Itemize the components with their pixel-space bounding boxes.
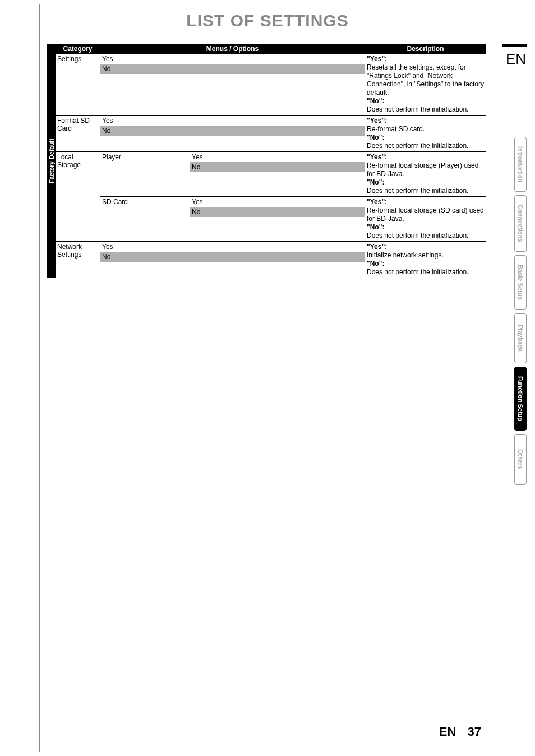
description-cell: "Yes": Resets all the settings, except f… <box>365 54 486 115</box>
desc-no-label: "No": <box>367 223 384 231</box>
description-cell: "Yes": Re-format local storage (SD card)… <box>365 197 486 241</box>
settings-table: Factory Default Category Menus / Options… <box>47 44 486 278</box>
table-row: Network Settings Yes No "Yes": Initializ… <box>56 242 486 278</box>
desc-no-text: Does not perform the initialization. <box>367 105 468 113</box>
desc-yes-label: "Yes": <box>367 153 387 161</box>
desc-yes-text: Initialize network settings. <box>367 251 444 259</box>
tab-others[interactable]: Others <box>514 434 527 485</box>
header-menus: Menus / Options <box>100 44 365 54</box>
desc-no-text: Does not perform the initialization. <box>367 268 468 276</box>
option-no: No <box>100 252 365 262</box>
sub-row: SD Card Yes No "Yes": Re-format local st… <box>100 197 486 241</box>
option-no: No <box>100 64 365 74</box>
menu-cell: Yes No <box>100 242 365 278</box>
desc-yes-label: "Yes": <box>367 198 387 206</box>
content-area: Factory Default Category Menus / Options… <box>47 44 486 278</box>
desc-yes-text: Re-format local storage (SD card) used f… <box>367 206 484 223</box>
desc-yes-text: Resets all the settings, except for "Rat… <box>367 63 484 96</box>
desc-no-label: "No": <box>367 97 384 105</box>
sub-row: Player Yes No "Yes": Re-format local sto… <box>100 152 486 197</box>
page-footer: EN 37 <box>439 725 481 739</box>
footer-lang: EN <box>439 725 456 739</box>
category-cell: Network Settings <box>56 242 100 278</box>
desc-no-label: "No": <box>367 133 384 141</box>
sub-label: SD Card <box>100 197 190 241</box>
menu-cell: Yes No <box>100 54 365 115</box>
table-row: Format SD Card Yes No "Yes": Re-format S… <box>56 116 486 152</box>
tab-connections[interactable]: Connections <box>514 195 527 252</box>
tab-introduction[interactable]: Introduction <box>514 137 527 192</box>
category-cell: Local Storage <box>56 152 100 241</box>
option-yes: Yes <box>100 116 365 126</box>
desc-yes-label: "Yes": <box>367 55 387 63</box>
option-yes: Yes <box>190 152 365 162</box>
tab-basic-setup[interactable]: Basic Setup <box>514 255 527 310</box>
table-row: Local Storage Player Yes No "Yes": R <box>56 152 486 242</box>
desc-no-text: Does not perform the initialization. <box>367 232 468 239</box>
language-bar <box>502 44 527 47</box>
option-no: No <box>100 126 365 136</box>
desc-no-text: Does not perform the initialization. <box>367 142 468 150</box>
desc-no-label: "No": <box>367 178 384 186</box>
sub-menu-col: Player Yes No <box>100 152 365 196</box>
language-indicator: EN <box>506 50 526 68</box>
menu-desc-group: Player Yes No "Yes": Re-format local sto… <box>100 152 486 241</box>
tab-function-setup[interactable]: Function Setup <box>514 367 527 431</box>
header-description: Description <box>365 44 486 54</box>
description-cell: "Yes": Re-format local storage (Player) … <box>365 152 486 196</box>
header-category: Category <box>56 44 100 54</box>
category-cell: Format SD Card <box>56 116 100 151</box>
option-yes: Yes <box>100 242 365 252</box>
table-header-row: Category Menus / Options Description <box>56 44 486 54</box>
menu-cell: Yes No <box>100 116 365 151</box>
tab-playback[interactable]: Playback <box>514 313 527 363</box>
desc-no-label: "No": <box>367 260 384 268</box>
description-cell: "Yes": Initialize network settings. "No"… <box>365 242 486 278</box>
side-tabs: Introduction Connections Basic Setup Pla… <box>514 137 527 485</box>
desc-yes-label: "Yes": <box>367 117 387 125</box>
desc-no-text: Does not perform the initialization. <box>367 187 468 195</box>
sub-options: Yes No <box>190 197 365 241</box>
category-cell: Settings <box>56 54 100 115</box>
table-row: Settings Yes No "Yes": Resets all the se… <box>56 54 486 116</box>
option-no: No <box>190 207 365 217</box>
option-no: No <box>190 162 365 172</box>
table-main: Category Menus / Options Description Set… <box>56 44 486 278</box>
desc-yes-text: Re-format local storage (Player) used fo… <box>367 162 478 178</box>
description-cell: "Yes": Re-format SD card. "No": Does not… <box>365 116 486 151</box>
desc-yes-label: "Yes": <box>367 243 387 251</box>
option-yes: Yes <box>190 197 365 207</box>
desc-yes-text: Re-format SD card. <box>367 125 425 133</box>
vertical-category-label: Factory Default <box>47 44 56 278</box>
footer-page: 37 <box>468 725 481 739</box>
sub-options: Yes No <box>190 152 365 196</box>
option-yes: Yes <box>100 54 365 64</box>
sub-menu-col: SD Card Yes No <box>100 197 365 241</box>
sub-label: Player <box>100 152 190 196</box>
